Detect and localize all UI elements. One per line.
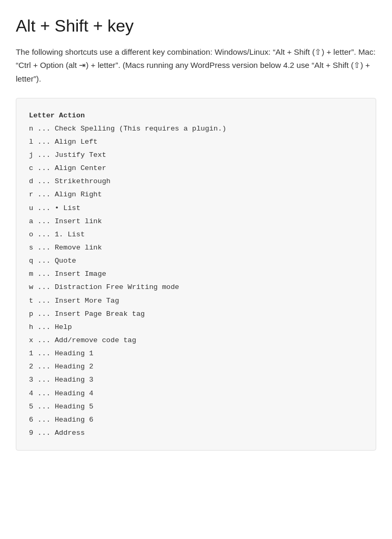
table-row: w ... Distraction Free Writing mode [29,281,363,294]
table-row: t ... Insert More Tag [29,294,363,307]
table-row: c ... Align Center [29,162,363,175]
table-row: q ... Quote [29,254,363,267]
table-row: 1 ... Heading 1 [29,347,363,360]
table-row: 3 ... Heading 3 [29,373,363,386]
table-row: o ... 1. List [29,228,363,241]
table-row: 9 ... Address [29,426,363,440]
table-row: u ... • List [29,202,363,215]
table-row: j ... Justify Text [29,148,363,162]
table-row: m ... Insert Image [29,267,363,281]
table-row: x ... Add/remove code tag [29,334,363,347]
table-row: 4 ... Heading 4 [29,387,363,400]
page-title: Alt + Shift + key [16,16,376,36]
shortcuts-code-block: Letter Action n ... Check Spelling (This… [16,98,376,451]
table-row: a ... Insert link [29,215,363,228]
table-row: d ... Strikethrough [29,175,363,188]
table-row: p ... Insert Page Break tag [29,307,363,321]
table-row: s ... Remove link [29,241,363,254]
table-row: 2 ... Heading 2 [29,360,363,373]
table-row: r ... Align Right [29,188,363,201]
table-header: Letter Action [29,112,85,119]
table-row: 5 ... Heading 5 [29,400,363,413]
table-row: n ... Check Spelling (This requires a pl… [29,122,363,135]
page-description: The following shortcuts use a different … [16,45,376,85]
table-row: l ... Align Left [29,135,363,148]
table-row: h ... Help [29,321,363,334]
table-row: 6 ... Heading 6 [29,413,363,426]
